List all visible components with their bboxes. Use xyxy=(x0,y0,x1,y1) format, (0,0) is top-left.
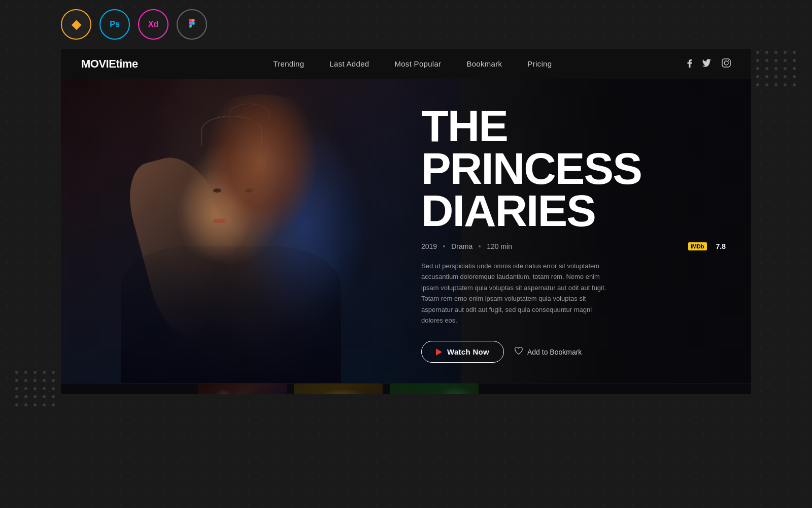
trailer-strip: Watch the Trailers 02:40 xyxy=(61,383,751,394)
movie-title: THE PRINCESS DIARIES xyxy=(421,105,726,232)
movie-meta: 2019 Drama 120 min IMDb 7.8 xyxy=(421,242,726,250)
trailer-thumb-bg-3 xyxy=(390,384,479,394)
trailer-thumb-bg-1 xyxy=(198,384,287,394)
movie-genre: Drama xyxy=(451,242,472,250)
nav-links: Trending Last Added Most Popular Bookmar… xyxy=(273,59,552,69)
heart-icon xyxy=(514,346,523,357)
add-bookmark-button[interactable]: Add to Bookmark xyxy=(514,346,582,357)
nav-item-bookmark[interactable]: Bookmark xyxy=(466,59,502,69)
twitter-icon[interactable] xyxy=(702,59,712,70)
facebook-icon[interactable] xyxy=(687,58,692,70)
movie-description: Sed ut perspiciatis unde omnis iste natu… xyxy=(421,261,614,326)
meta-dot-1 xyxy=(443,245,445,247)
imdb-badge: IMDb xyxy=(688,242,707,250)
photoshop-icon[interactable]: Ps xyxy=(99,9,130,40)
svg-rect-0 xyxy=(722,59,730,67)
nav-item-last-added[interactable]: Last Added xyxy=(329,59,369,69)
instagram-icon[interactable] xyxy=(722,58,731,70)
hero-section: THE PRINCESS DIARIES 2019 Drama 120 min … xyxy=(61,79,751,383)
trailer-item-3[interactable]: 02:13 xyxy=(390,384,479,394)
nav-item-pricing[interactable]: Pricing xyxy=(527,59,552,69)
decorative-dots-left xyxy=(15,371,56,406)
trailer-thumb-bg-2 xyxy=(294,384,383,394)
svg-point-1 xyxy=(724,61,728,65)
meta-dot-2 xyxy=(479,245,481,247)
imdb-score: 7.8 xyxy=(716,242,726,250)
trailer-item-1[interactable]: 02:40 xyxy=(198,384,287,394)
nav-item-trending[interactable]: Trending xyxy=(273,59,304,69)
figma-icon[interactable] xyxy=(177,9,207,40)
face-glow xyxy=(181,140,283,267)
hero-content: THE PRINCESS DIARIES 2019 Drama 120 min … xyxy=(406,79,751,383)
watch-now-button[interactable]: Watch Now xyxy=(421,341,504,363)
navbar: MOVIEtime Trending Last Added Most Popul… xyxy=(61,49,751,79)
sketch-icon[interactable]: ◆ xyxy=(61,9,91,40)
trailer-item-2[interactable]: 01:35 xyxy=(294,384,383,394)
toolbar: ◆ Ps Xd xyxy=(0,0,812,49)
movie-duration: 120 min xyxy=(487,242,512,250)
svg-point-2 xyxy=(728,60,729,61)
site-logo: MOVIEtime xyxy=(81,57,138,71)
main-card: MOVIEtime Trending Last Added Most Popul… xyxy=(61,49,751,394)
social-links xyxy=(687,58,731,70)
nav-item-most-popular[interactable]: Most Popular xyxy=(394,59,441,69)
trailer-thumbnails: 02:40 01:35 xyxy=(193,384,484,394)
movie-year: 2019 xyxy=(421,242,437,250)
hero-actions: Watch Now Add to Bookmark xyxy=(421,341,726,363)
play-icon xyxy=(436,348,442,356)
xd-icon[interactable]: Xd xyxy=(138,9,168,40)
decorative-dots-right xyxy=(756,51,797,86)
